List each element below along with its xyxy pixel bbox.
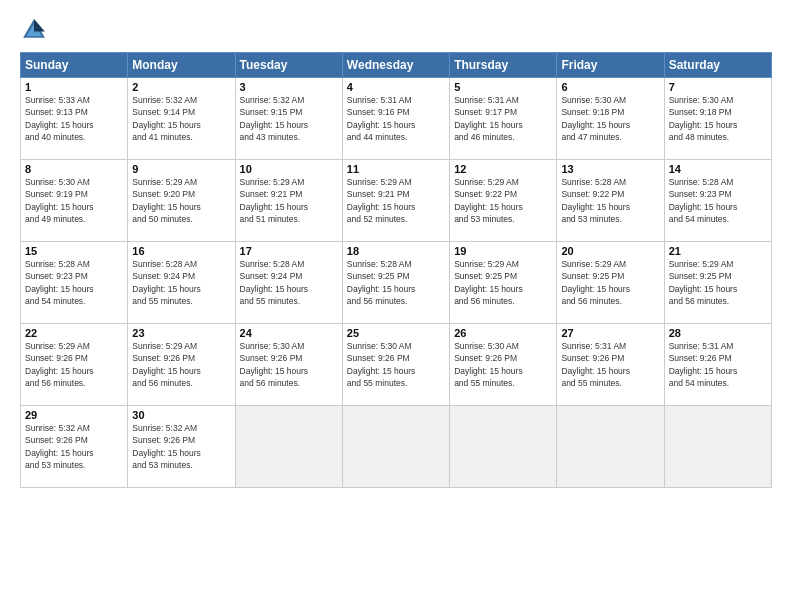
calendar-cell: 22Sunrise: 5:29 AM Sunset: 9:26 PM Dayli… [21, 324, 128, 406]
day-number: 5 [454, 81, 552, 93]
day-info: Sunrise: 5:33 AM Sunset: 9:13 PM Dayligh… [25, 94, 123, 143]
calendar-cell: 6Sunrise: 5:30 AM Sunset: 9:18 PM Daylig… [557, 78, 664, 160]
day-number: 14 [669, 163, 767, 175]
weekday-saturday: Saturday [664, 53, 771, 78]
calendar-cell: 7Sunrise: 5:30 AM Sunset: 9:18 PM Daylig… [664, 78, 771, 160]
calendar-cell: 20Sunrise: 5:29 AM Sunset: 9:25 PM Dayli… [557, 242, 664, 324]
calendar-cell: 19Sunrise: 5:29 AM Sunset: 9:25 PM Dayli… [450, 242, 557, 324]
calendar-cell: 23Sunrise: 5:29 AM Sunset: 9:26 PM Dayli… [128, 324, 235, 406]
day-info: Sunrise: 5:28 AM Sunset: 9:25 PM Dayligh… [347, 258, 445, 307]
logo [20, 16, 52, 44]
day-info: Sunrise: 5:29 AM Sunset: 9:26 PM Dayligh… [25, 340, 123, 389]
day-info: Sunrise: 5:29 AM Sunset: 9:25 PM Dayligh… [669, 258, 767, 307]
weekday-tuesday: Tuesday [235, 53, 342, 78]
day-number: 3 [240, 81, 338, 93]
calendar-cell: 11Sunrise: 5:29 AM Sunset: 9:21 PM Dayli… [342, 160, 449, 242]
day-number: 23 [132, 327, 230, 339]
day-info: Sunrise: 5:31 AM Sunset: 9:16 PM Dayligh… [347, 94, 445, 143]
day-number: 16 [132, 245, 230, 257]
day-info: Sunrise: 5:29 AM Sunset: 9:22 PM Dayligh… [454, 176, 552, 225]
weekday-monday: Monday [128, 53, 235, 78]
day-number: 10 [240, 163, 338, 175]
day-number: 22 [25, 327, 123, 339]
calendar-cell: 8Sunrise: 5:30 AM Sunset: 9:19 PM Daylig… [21, 160, 128, 242]
header [20, 16, 772, 44]
week-row-1: 1Sunrise: 5:33 AM Sunset: 9:13 PM Daylig… [21, 78, 772, 160]
calendar-cell [450, 406, 557, 488]
day-number: 28 [669, 327, 767, 339]
calendar-cell [235, 406, 342, 488]
day-info: Sunrise: 5:29 AM Sunset: 9:21 PM Dayligh… [240, 176, 338, 225]
calendar-cell: 30Sunrise: 5:32 AM Sunset: 9:26 PM Dayli… [128, 406, 235, 488]
calendar-cell: 9Sunrise: 5:29 AM Sunset: 9:20 PM Daylig… [128, 160, 235, 242]
day-number: 6 [561, 81, 659, 93]
day-info: Sunrise: 5:30 AM Sunset: 9:26 PM Dayligh… [454, 340, 552, 389]
day-number: 9 [132, 163, 230, 175]
day-number: 25 [347, 327, 445, 339]
day-number: 4 [347, 81, 445, 93]
calendar-cell: 12Sunrise: 5:29 AM Sunset: 9:22 PM Dayli… [450, 160, 557, 242]
weekday-sunday: Sunday [21, 53, 128, 78]
day-info: Sunrise: 5:31 AM Sunset: 9:26 PM Dayligh… [561, 340, 659, 389]
calendar-cell: 26Sunrise: 5:30 AM Sunset: 9:26 PM Dayli… [450, 324, 557, 406]
day-info: Sunrise: 5:28 AM Sunset: 9:22 PM Dayligh… [561, 176, 659, 225]
day-number: 27 [561, 327, 659, 339]
day-info: Sunrise: 5:30 AM Sunset: 9:18 PM Dayligh… [669, 94, 767, 143]
page: SundayMondayTuesdayWednesdayThursdayFrid… [0, 0, 792, 612]
day-info: Sunrise: 5:29 AM Sunset: 9:25 PM Dayligh… [561, 258, 659, 307]
week-row-3: 15Sunrise: 5:28 AM Sunset: 9:23 PM Dayli… [21, 242, 772, 324]
day-info: Sunrise: 5:28 AM Sunset: 9:24 PM Dayligh… [132, 258, 230, 307]
calendar-cell: 29Sunrise: 5:32 AM Sunset: 9:26 PM Dayli… [21, 406, 128, 488]
day-info: Sunrise: 5:32 AM Sunset: 9:26 PM Dayligh… [25, 422, 123, 471]
calendar-cell: 3Sunrise: 5:32 AM Sunset: 9:15 PM Daylig… [235, 78, 342, 160]
week-row-5: 29Sunrise: 5:32 AM Sunset: 9:26 PM Dayli… [21, 406, 772, 488]
day-number: 8 [25, 163, 123, 175]
weekday-thursday: Thursday [450, 53, 557, 78]
calendar-table: SundayMondayTuesdayWednesdayThursdayFrid… [20, 52, 772, 488]
day-info: Sunrise: 5:32 AM Sunset: 9:26 PM Dayligh… [132, 422, 230, 471]
calendar-cell: 2Sunrise: 5:32 AM Sunset: 9:14 PM Daylig… [128, 78, 235, 160]
calendar-cell: 5Sunrise: 5:31 AM Sunset: 9:17 PM Daylig… [450, 78, 557, 160]
calendar-cell: 13Sunrise: 5:28 AM Sunset: 9:22 PM Dayli… [557, 160, 664, 242]
day-info: Sunrise: 5:28 AM Sunset: 9:23 PM Dayligh… [25, 258, 123, 307]
day-number: 20 [561, 245, 659, 257]
day-info: Sunrise: 5:28 AM Sunset: 9:23 PM Dayligh… [669, 176, 767, 225]
weekday-friday: Friday [557, 53, 664, 78]
weekday-header-row: SundayMondayTuesdayWednesdayThursdayFrid… [21, 53, 772, 78]
day-info: Sunrise: 5:31 AM Sunset: 9:17 PM Dayligh… [454, 94, 552, 143]
day-info: Sunrise: 5:29 AM Sunset: 9:21 PM Dayligh… [347, 176, 445, 225]
day-number: 7 [669, 81, 767, 93]
day-info: Sunrise: 5:30 AM Sunset: 9:26 PM Dayligh… [347, 340, 445, 389]
day-info: Sunrise: 5:30 AM Sunset: 9:19 PM Dayligh… [25, 176, 123, 225]
week-row-2: 8Sunrise: 5:30 AM Sunset: 9:19 PM Daylig… [21, 160, 772, 242]
calendar-cell: 21Sunrise: 5:29 AM Sunset: 9:25 PM Dayli… [664, 242, 771, 324]
calendar-cell [664, 406, 771, 488]
day-info: Sunrise: 5:29 AM Sunset: 9:25 PM Dayligh… [454, 258, 552, 307]
calendar-cell: 4Sunrise: 5:31 AM Sunset: 9:16 PM Daylig… [342, 78, 449, 160]
day-number: 30 [132, 409, 230, 421]
svg-marker-2 [34, 19, 45, 31]
calendar-cell: 1Sunrise: 5:33 AM Sunset: 9:13 PM Daylig… [21, 78, 128, 160]
calendar-cell: 27Sunrise: 5:31 AM Sunset: 9:26 PM Dayli… [557, 324, 664, 406]
calendar-cell: 24Sunrise: 5:30 AM Sunset: 9:26 PM Dayli… [235, 324, 342, 406]
calendar-cell: 14Sunrise: 5:28 AM Sunset: 9:23 PM Dayli… [664, 160, 771, 242]
calendar-cell: 28Sunrise: 5:31 AM Sunset: 9:26 PM Dayli… [664, 324, 771, 406]
day-info: Sunrise: 5:31 AM Sunset: 9:26 PM Dayligh… [669, 340, 767, 389]
day-info: Sunrise: 5:29 AM Sunset: 9:26 PM Dayligh… [132, 340, 230, 389]
day-info: Sunrise: 5:32 AM Sunset: 9:14 PM Dayligh… [132, 94, 230, 143]
calendar-cell: 25Sunrise: 5:30 AM Sunset: 9:26 PM Dayli… [342, 324, 449, 406]
day-info: Sunrise: 5:30 AM Sunset: 9:18 PM Dayligh… [561, 94, 659, 143]
day-number: 17 [240, 245, 338, 257]
day-number: 13 [561, 163, 659, 175]
calendar-cell: 16Sunrise: 5:28 AM Sunset: 9:24 PM Dayli… [128, 242, 235, 324]
calendar-cell: 15Sunrise: 5:28 AM Sunset: 9:23 PM Dayli… [21, 242, 128, 324]
day-number: 21 [669, 245, 767, 257]
day-number: 11 [347, 163, 445, 175]
day-number: 2 [132, 81, 230, 93]
day-number: 15 [25, 245, 123, 257]
calendar-cell: 17Sunrise: 5:28 AM Sunset: 9:24 PM Dayli… [235, 242, 342, 324]
day-info: Sunrise: 5:28 AM Sunset: 9:24 PM Dayligh… [240, 258, 338, 307]
weekday-wednesday: Wednesday [342, 53, 449, 78]
day-number: 29 [25, 409, 123, 421]
day-number: 26 [454, 327, 552, 339]
